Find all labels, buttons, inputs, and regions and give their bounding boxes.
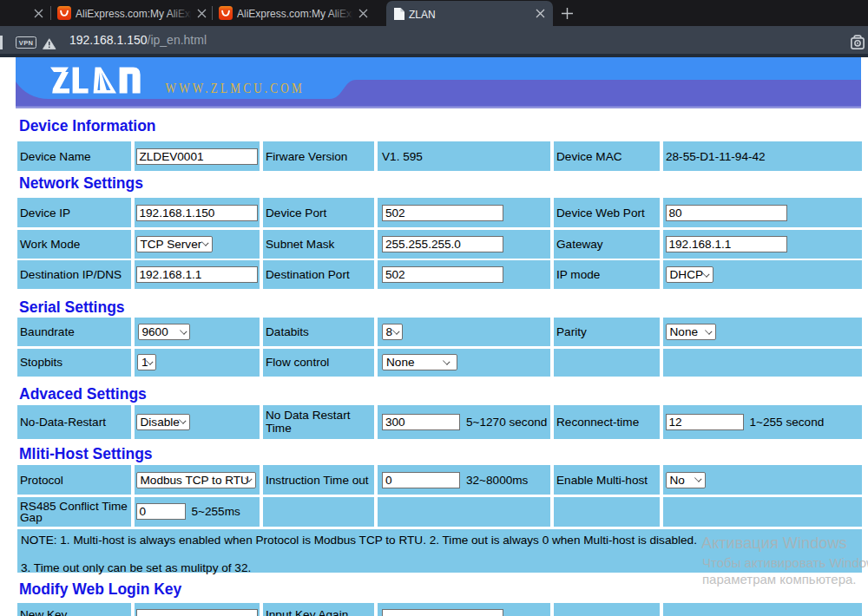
svg-text:WWW.ZLMCU.COM: WWW.ZLMCU.COM <box>166 80 306 96</box>
